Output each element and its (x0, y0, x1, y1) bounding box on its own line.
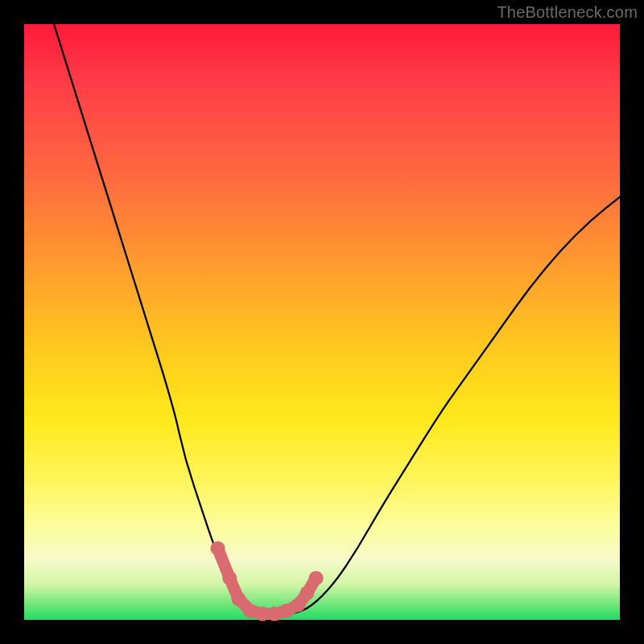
marked-point (300, 586, 315, 601)
marked-point (291, 598, 305, 613)
plot-area (24, 24, 620, 620)
watermark-text: TheBottleneck.com (497, 3, 638, 22)
bottleneck-curve (54, 24, 620, 614)
marked-point (211, 541, 225, 555)
marked-point (231, 592, 246, 606)
curve-svg (24, 24, 620, 620)
marked-point (309, 571, 324, 585)
chart-frame: TheBottleneck.com (0, 0, 644, 644)
marked-point (222, 571, 237, 585)
